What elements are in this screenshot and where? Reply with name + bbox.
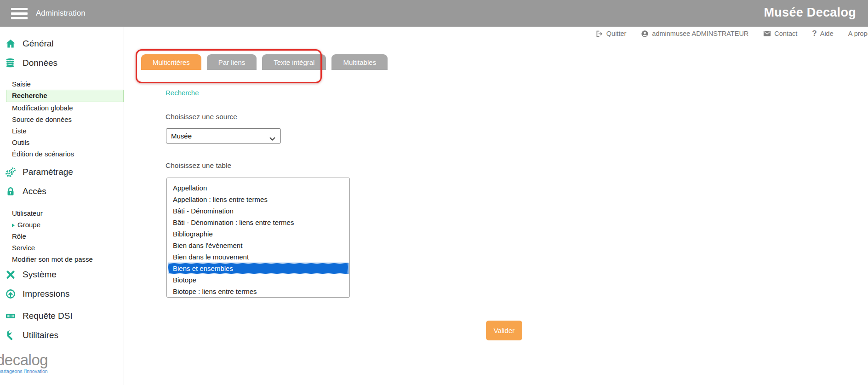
- source-label: Choisissez une source: [166, 113, 237, 121]
- sidebar-item-acces[interactable]: Accès: [0, 182, 124, 201]
- sidebar-item-impressions[interactable]: Impressions: [0, 284, 124, 304]
- logo-text: decalog: [0, 352, 124, 368]
- decalog-logo: decalog partageons l'innovation: [0, 352, 124, 374]
- utility-nav: Quitter adminmusee ADMINSTRATEUR Contact…: [595, 29, 868, 38]
- listbox-option[interactable]: Appellation: [168, 182, 348, 194]
- about-link[interactable]: A propos: [848, 30, 868, 37]
- help-link[interactable]: ? Aide: [812, 29, 833, 38]
- tab-multicriteres[interactable]: Multicritères: [141, 54, 201, 70]
- expand-arrow-icon: [12, 224, 15, 227]
- listbox-option[interactable]: Bien dans le mouvement: [168, 251, 348, 263]
- sidebar-item-systeme[interactable]: Système: [0, 265, 124, 284]
- sidebar: Général Données Saisie Recherche Modific…: [0, 27, 124, 385]
- sidebar-item-role[interactable]: Rôle: [12, 230, 124, 242]
- listbox-option[interactable]: Biotope: [168, 274, 348, 286]
- sidebar-item-recherche[interactable]: Recherche: [6, 90, 124, 102]
- listbox-option-selected[interactable]: Biens et ensembles: [168, 263, 348, 274]
- help-label: Aide: [820, 30, 834, 37]
- home-icon: [4, 38, 17, 49]
- sidebar-item-label: Paramétrage: [23, 167, 73, 177]
- hamburger-icon[interactable]: [11, 8, 28, 19]
- sidebar-item-saisie[interactable]: Saisie: [12, 78, 124, 90]
- gears-icon: [4, 167, 17, 178]
- donnees-sublist: Saisie Recherche Modification globale So…: [12, 78, 124, 160]
- listbox-option[interactable]: Appellation : liens entre termes: [168, 194, 348, 205]
- brand-title: Musée Decalog: [764, 6, 856, 20]
- app-title: Administration: [36, 9, 86, 18]
- source-select[interactable]: Musée: [166, 128, 281, 144]
- sidebar-item-donnees[interactable]: Données: [0, 53, 124, 73]
- sidebar-item-parametrage[interactable]: Paramétrage: [0, 162, 124, 182]
- sidebar-item-label: Impressions: [23, 289, 69, 299]
- section-title: Recherche: [166, 89, 199, 97]
- sidebar-item-modifier-mot-de-passe[interactable]: Modifier son mot de passe: [12, 253, 124, 265]
- table-listbox[interactable]: Appellation Appellation : liens entre te…: [166, 178, 350, 298]
- tab-par-liens[interactable]: Par liens: [207, 54, 257, 70]
- logout-label: Quitter: [606, 30, 627, 37]
- table-label: Choisissez une table: [166, 161, 231, 170]
- logout-link[interactable]: Quitter: [595, 30, 627, 38]
- search-tabs: Multicritères Par liens Texte intégral M…: [141, 54, 388, 70]
- sidebar-item-label: Accès: [23, 186, 46, 196]
- listbox-option[interactable]: Bâti - Dénomination : liens entre termes: [168, 217, 348, 228]
- listbox-option[interactable]: Bibliographie: [168, 228, 348, 240]
- sidebar-item-label: Système: [23, 270, 57, 280]
- sidebar-item-utilisateur[interactable]: Utilisateur: [12, 207, 124, 219]
- user-label: adminmusee ADMINSTRATEUR: [652, 30, 748, 37]
- question-icon: ?: [812, 29, 817, 38]
- sidebar-item-service[interactable]: Service: [12, 242, 124, 253]
- logo-tagline: partageons l'innovation: [0, 368, 124, 374]
- sidebar-item-source-de-donnees[interactable]: Source de données: [12, 114, 124, 125]
- print-globe-icon: [4, 288, 17, 299]
- envelope-icon: [763, 30, 771, 37]
- listbox-option[interactable]: Bien dans l'évènement: [168, 240, 348, 251]
- listbox-option[interactable]: Bâti - Dénomination: [168, 205, 348, 217]
- about-label: A propos: [848, 30, 868, 37]
- user-icon: [641, 30, 649, 38]
- database-icon: [4, 57, 17, 69]
- contact-link[interactable]: Contact: [763, 30, 797, 37]
- sidebar-item-outils[interactable]: Outils: [12, 137, 124, 148]
- tab-texte-integral[interactable]: Texte intégral: [262, 54, 326, 70]
- logout-icon: [595, 30, 603, 38]
- sidebar-item-label: Données: [23, 58, 57, 68]
- sidebar-item-edition-de-scenarios[interactable]: Édition de scénarios: [12, 148, 124, 160]
- listbox-option[interactable]: Biotope : liens entre termes: [168, 286, 348, 297]
- sidebar-item-general[interactable]: Général: [0, 34, 124, 53]
- keyboard-icon: [4, 310, 17, 322]
- sidebar-item-label: Groupe: [17, 221, 40, 229]
- valider-button[interactable]: Valider: [486, 321, 522, 340]
- tab-multitables[interactable]: Multitables: [331, 54, 388, 70]
- sidebar-item-label: Requête DSI: [23, 311, 73, 321]
- sidebar-item-utilitaires[interactable]: Utilitaires: [0, 326, 124, 345]
- sidebar-item-liste[interactable]: Liste: [12, 125, 124, 137]
- sidebar-item-label: Général: [23, 39, 54, 49]
- sidebar-item-label: Utilitaires: [23, 330, 58, 340]
- acces-sublist: Utilisateur Groupe Rôle Service Modifier…: [12, 207, 124, 265]
- lock-icon: [4, 186, 17, 197]
- sidebar-item-modification-globale[interactable]: Modification globale: [12, 102, 124, 114]
- tools-icon: [4, 269, 17, 280]
- sidebar-item-requete-dsi[interactable]: Requête DSI: [0, 306, 124, 326]
- current-user[interactable]: adminmusee ADMINSTRATEUR: [641, 30, 748, 38]
- top-bar: Administration Musée Decalog: [0, 0, 868, 27]
- wrench-icon: [4, 330, 17, 341]
- sidebar-item-groupe[interactable]: Groupe: [12, 219, 124, 230]
- contact-label: Contact: [774, 30, 797, 37]
